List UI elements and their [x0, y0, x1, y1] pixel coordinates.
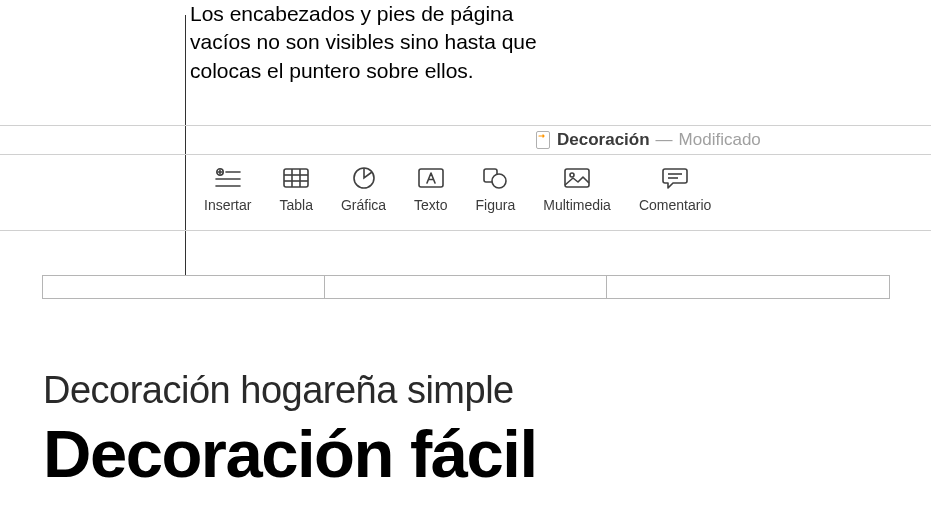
callout-text: Los encabezados y pies de página vacíos … [190, 2, 537, 82]
insert-button[interactable]: Insertar [190, 165, 265, 213]
chart-button[interactable]: Gráfica [327, 165, 400, 213]
chart-label: Gráfica [341, 197, 386, 213]
text-icon [417, 165, 445, 191]
page-header-fields [42, 275, 890, 299]
table-label: Tabla [279, 197, 312, 213]
document-subtitle: Decoración hogareña simple [43, 369, 931, 412]
header-field-center[interactable] [325, 276, 607, 298]
document-status: Modificado [679, 130, 761, 150]
toolbar: Insertar Tabla Gráfica [0, 155, 931, 231]
shape-label: Figura [476, 197, 516, 213]
shape-icon [481, 165, 509, 191]
app-window: Decoración — Modificado Insertar [0, 125, 931, 532]
title-separator: — [656, 130, 673, 150]
svg-rect-0 [537, 132, 550, 149]
document-body[interactable]: Decoración hogareña simple Decoración fá… [0, 299, 931, 487]
text-label: Texto [414, 197, 447, 213]
svg-rect-13 [419, 169, 443, 187]
document-page: Decoración hogareña simple Decoración fá… [0, 231, 931, 487]
shape-button[interactable]: Figura [462, 165, 530, 213]
text-button[interactable]: Texto [400, 165, 461, 213]
document-main-title: Decoración fácil [43, 420, 931, 487]
header-field-right[interactable] [607, 276, 888, 298]
window-titlebar: Decoración — Modificado [0, 125, 931, 155]
comment-label: Comentario [639, 197, 711, 213]
svg-rect-7 [284, 169, 308, 187]
insert-icon [214, 165, 242, 191]
media-button[interactable]: Multimedia [529, 165, 625, 213]
media-label: Multimedia [543, 197, 611, 213]
header-field-left[interactable] [43, 276, 325, 298]
table-button[interactable]: Tabla [265, 165, 326, 213]
svg-rect-16 [565, 169, 589, 187]
svg-point-15 [492, 174, 506, 188]
annotation-callout: Los encabezados y pies de página vacíos … [190, 0, 550, 85]
insert-label: Insertar [204, 197, 251, 213]
svg-point-17 [570, 173, 574, 177]
comment-button[interactable]: Comentario [625, 165, 725, 213]
media-icon [563, 165, 591, 191]
table-icon [282, 165, 310, 191]
comment-icon [661, 165, 689, 191]
document-icon [535, 130, 551, 150]
chart-icon [350, 165, 378, 191]
document-title: Decoración [557, 130, 650, 150]
